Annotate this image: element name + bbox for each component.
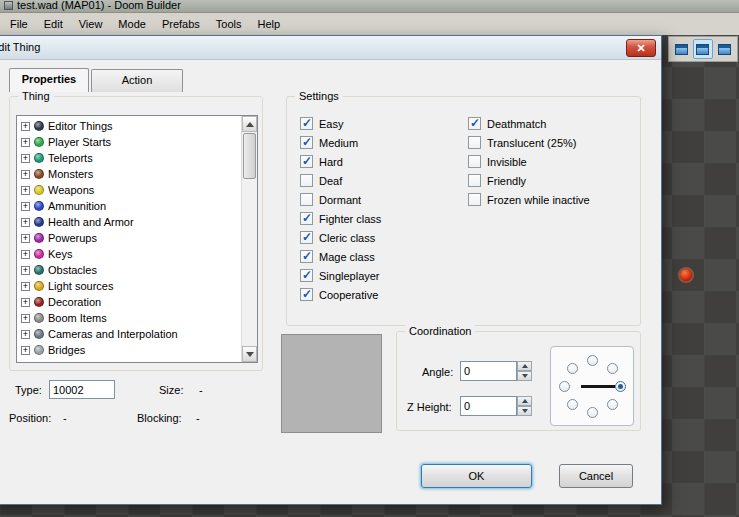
scroll-down-icon[interactable] [242, 346, 257, 362]
settings-col-right: Deathmatch Translucent (25%) Invisible F… [468, 117, 590, 206]
settings-group-label: Settings [295, 90, 343, 102]
view-mode-button-3[interactable] [715, 39, 734, 59]
tree-item[interactable]: + Weapons [17, 182, 241, 198]
setting-checkbox-row[interactable]: Fighter class [300, 212, 381, 225]
checkbox [468, 174, 481, 187]
setting-checkbox-row[interactable]: Easy [300, 117, 381, 130]
direction-radio-nw[interactable] [567, 363, 578, 374]
setting-checkbox-row[interactable]: Deaf [300, 174, 381, 187]
tab-action[interactable]: Action [91, 69, 183, 92]
tree-item[interactable]: + Decoration [17, 294, 241, 310]
tree-item[interactable]: + Bridges [17, 342, 241, 358]
setting-checkbox-row[interactable]: Invisible [468, 155, 590, 168]
expand-plus-icon[interactable]: + [21, 170, 30, 179]
tree-item[interactable]: + Boom Items [17, 310, 241, 326]
tree-item-label: Powerups [48, 232, 97, 244]
tree-scrollbar[interactable] [241, 116, 257, 362]
checkbox-label: Medium [319, 137, 358, 149]
checkbox [300, 136, 313, 149]
thing-category-tree[interactable]: + Editor Things + Player Starts + Telepo… [16, 115, 258, 363]
close-button[interactable]: ✕ [626, 39, 656, 57]
expand-plus-icon[interactable]: + [21, 122, 30, 131]
setting-checkbox-row[interactable]: Friendly [468, 174, 590, 187]
map-thing-marker[interactable] [680, 269, 692, 281]
tree-item-label: Decoration [48, 296, 101, 308]
setting-checkbox-row[interactable]: Deathmatch [468, 117, 590, 130]
tree-item[interactable]: + Obstacles [17, 262, 241, 278]
tree-item[interactable]: + Cameras and Interpolation [17, 326, 241, 342]
setting-checkbox-row[interactable]: Singleplayer [300, 269, 381, 282]
setting-checkbox-row[interactable]: Translucent (25%) [468, 136, 590, 149]
spin-up-icon[interactable] [517, 361, 532, 371]
tree-item[interactable]: + Player Starts [17, 134, 241, 150]
menu-item-prefabs[interactable]: Prefabs [154, 15, 208, 33]
scrollbar-thumb[interactable] [243, 133, 256, 179]
spin-down-icon[interactable] [517, 406, 532, 416]
setting-checkbox-row[interactable]: Medium [300, 136, 381, 149]
direction-radio-se[interactable] [607, 399, 618, 410]
menu-item-view[interactable]: View [71, 15, 111, 33]
menu-item-edit[interactable]: Edit [36, 15, 71, 33]
expand-plus-icon[interactable]: + [21, 250, 30, 259]
tree-item[interactable]: + Powerups [17, 230, 241, 246]
expand-plus-icon[interactable]: + [21, 138, 30, 147]
expand-plus-icon[interactable]: + [21, 330, 30, 339]
type-input[interactable] [49, 380, 115, 399]
position-label: Position: [9, 412, 51, 424]
tab-properties[interactable]: Properties [9, 68, 89, 92]
expand-plus-icon[interactable]: + [21, 282, 30, 291]
menu-item-help[interactable]: Help [250, 15, 289, 33]
angle-input[interactable] [460, 361, 517, 381]
view-mode-button-1[interactable] [672, 39, 691, 59]
setting-checkbox-row[interactable]: Frozen while inactive [468, 193, 590, 206]
checkbox-label: Translucent (25%) [487, 137, 576, 149]
thing-group: Thing + Editor Things + Player Starts + … [9, 96, 263, 371]
direction-radio-e[interactable] [615, 381, 626, 392]
tree-item[interactable]: + Keys [17, 246, 241, 262]
expand-plus-icon[interactable]: + [21, 314, 30, 323]
expand-plus-icon[interactable]: + [21, 154, 30, 163]
direction-radio-sw[interactable] [567, 399, 578, 410]
direction-radio-ne[interactable] [607, 363, 618, 374]
blocking-value: - [196, 412, 200, 424]
direction-radio-w[interactable] [559, 381, 570, 392]
view-mode-button-2[interactable] [693, 39, 712, 59]
checkbox [300, 193, 313, 206]
category-icon [34, 281, 44, 291]
tree-item[interactable]: + Light sources [17, 278, 241, 294]
setting-checkbox-row[interactable]: Cooperative [300, 288, 381, 301]
expand-plus-icon[interactable]: + [21, 298, 30, 307]
checkbox [300, 212, 313, 225]
tree-item[interactable]: + Health and Armor [17, 214, 241, 230]
zheight-input[interactable] [460, 396, 517, 416]
menu-item-mode[interactable]: Mode [110, 15, 154, 33]
tree-item-label: Light sources [48, 280, 113, 292]
expand-plus-icon[interactable]: + [21, 346, 30, 355]
tree-item-label: Cameras and Interpolation [48, 328, 178, 340]
expand-plus-icon[interactable]: + [21, 218, 30, 227]
scroll-up-icon[interactable] [242, 116, 257, 132]
setting-checkbox-row[interactable]: Mage class [300, 250, 381, 263]
tree-item[interactable]: + Ammunition [17, 198, 241, 214]
ok-button[interactable]: OK [421, 464, 532, 488]
spin-up-icon[interactable] [517, 396, 532, 406]
checkbox-label: Frozen while inactive [487, 194, 590, 206]
cancel-button[interactable]: Cancel [559, 464, 633, 488]
tree-item-label: Keys [48, 248, 72, 260]
expand-plus-icon[interactable]: + [21, 202, 30, 211]
window-icon [675, 44, 688, 55]
direction-radio-n[interactable] [587, 355, 598, 366]
direction-radio-s[interactable] [587, 407, 598, 418]
tree-item[interactable]: + Editor Things [17, 118, 241, 134]
setting-checkbox-row[interactable]: Cleric class [300, 231, 381, 244]
setting-checkbox-row[interactable]: Hard [300, 155, 381, 168]
expand-plus-icon[interactable]: + [21, 186, 30, 195]
expand-plus-icon[interactable]: + [21, 234, 30, 243]
menu-item-file[interactable]: File [2, 15, 36, 33]
tree-item[interactable]: + Teleports [17, 150, 241, 166]
expand-plus-icon[interactable]: + [21, 266, 30, 275]
setting-checkbox-row[interactable]: Dormant [300, 193, 381, 206]
tree-item[interactable]: + Monsters [17, 166, 241, 182]
menu-item-tools[interactable]: Tools [208, 15, 250, 33]
spin-down-icon[interactable] [517, 371, 532, 381]
